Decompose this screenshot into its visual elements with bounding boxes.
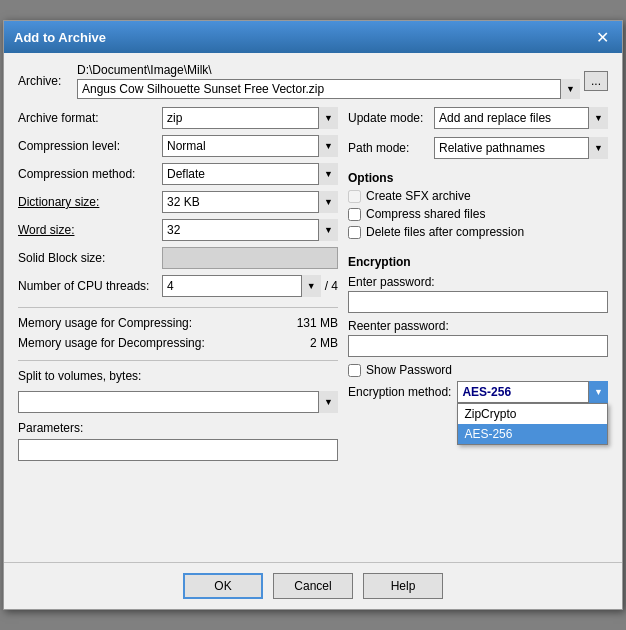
archive-filename-wrapper: Angus Cow Silhouette Sunset Free Vector.… (77, 79, 580, 99)
compression-level-label: Compression level: (18, 139, 158, 153)
encryption-method-select[interactable]: AES-256 ZipCrypto (457, 381, 608, 403)
cpu-threads-extra: / 4 (325, 279, 338, 293)
compression-level-select-wrapper: Normal Store Maximum ▼ (162, 135, 338, 157)
encryption-method-select-wrap: AES-256 ZipCrypto ▼ ZipCrypto AES-256 (457, 381, 608, 403)
cpu-threads-select-wrapper: 4 1 2 ▼ (162, 275, 321, 297)
parameters-input[interactable] (18, 439, 338, 461)
delete-after-label: Delete files after compression (366, 225, 524, 239)
dictionary-size-select-wrapper: 32 KB 16 KB 64 KB ▼ (162, 191, 338, 213)
archive-row: Archive: D:\Document\Image\Milk\ Angus C… (18, 63, 608, 99)
archive-format-row: Archive format: zip 7z tar ▼ (18, 107, 338, 129)
encryption-section: Encryption Enter password: Reenter passw… (348, 255, 608, 403)
cancel-button[interactable]: Cancel (273, 573, 353, 599)
options-section: Options Create SFX archive Compress shar… (348, 171, 608, 243)
reenter-password-label: Reenter password: (348, 319, 608, 333)
cpu-threads-control: 4 1 2 ▼ / 4 (162, 275, 338, 297)
memory-decompress-value: 2 MB (310, 336, 338, 350)
memory-compress-label: Memory usage for Compressing: (18, 316, 192, 330)
dictionary-size-control: 32 KB 16 KB 64 KB ▼ (162, 191, 338, 213)
cpu-threads-label: Number of CPU threads: (18, 279, 158, 293)
reenter-password-input[interactable] (348, 335, 608, 357)
dialog-footer: OK Cancel Help (4, 562, 622, 609)
delete-after-row: Delete files after compression (348, 225, 608, 239)
compress-shared-row: Compress shared files (348, 207, 608, 221)
create-sfx-row: Create SFX archive (348, 189, 608, 203)
show-password-label: Show Password (366, 363, 452, 377)
enter-password-input[interactable] (348, 291, 608, 313)
dictionary-size-select[interactable]: 32 KB 16 KB 64 KB (162, 191, 338, 213)
dialog-title: Add to Archive (14, 30, 106, 45)
update-mode-label: Update mode: (348, 111, 428, 125)
encryption-method-label: Encryption method: (348, 385, 451, 399)
compression-level-control: Normal Store Maximum ▼ (162, 135, 338, 157)
word-size-control: 32 8 16 64 ▼ (162, 219, 338, 241)
create-sfx-label: Create SFX archive (366, 189, 471, 203)
word-size-select[interactable]: 32 8 16 64 (162, 219, 338, 241)
word-size-row: Word size: 32 8 16 64 ▼ (18, 219, 338, 241)
ok-button[interactable]: OK (183, 573, 263, 599)
parameters-label: Parameters: (18, 421, 83, 435)
parameters-input-row (18, 439, 338, 461)
show-password-row: Show Password (348, 363, 608, 377)
split-volumes-select[interactable] (18, 391, 338, 413)
word-size-label: Word size: (18, 223, 158, 237)
archive-path-col: D:\Document\Image\Milk\ Angus Cow Silhou… (77, 63, 580, 99)
close-button[interactable]: ✕ (592, 27, 612, 47)
split-volumes-select-wrapper: ▼ (18, 391, 338, 413)
title-bar: Add to Archive ✕ (4, 21, 622, 53)
compression-level-select[interactable]: Normal Store Maximum (162, 135, 338, 157)
memory-compress-value: 131 MB (297, 316, 338, 330)
path-mode-row: Path mode: Relative pathnames Full pathn… (348, 137, 608, 159)
solid-block-label: Solid Block size: (18, 251, 158, 265)
cpu-threads-select[interactable]: 4 1 2 (162, 275, 321, 297)
separator-1 (18, 307, 338, 308)
delete-after-checkbox[interactable] (348, 226, 361, 239)
solid-block-disabled-field (162, 247, 338, 269)
compress-shared-label: Compress shared files (366, 207, 485, 221)
memory-decompress-label: Memory usage for Decompressing: (18, 336, 205, 350)
cpu-threads-row: Number of CPU threads: 4 1 2 ▼ / 4 (18, 275, 338, 297)
encryption-dropdown-overlay: ZipCrypto AES-256 (457, 403, 608, 445)
memory-compress-row: Memory usage for Compressing: 131 MB (18, 316, 338, 330)
main-content: Archive format: zip 7z tar ▼ (18, 107, 608, 552)
path-mode-select[interactable]: Relative pathnames Full pathnames No pat… (434, 137, 608, 159)
compression-method-label: Compression method: (18, 167, 158, 181)
browse-button[interactable]: ... (584, 71, 608, 91)
archive-filename-select[interactable]: Angus Cow Silhouette Sunset Free Vector.… (77, 79, 580, 99)
separator-2 (18, 360, 338, 361)
archive-label: Archive: (18, 74, 73, 88)
parameters-row: Parameters: (18, 421, 338, 435)
encryption-method-row: Encryption method: AES-256 ZipCrypto ▼ Z… (348, 381, 608, 403)
encryption-option-zipcrypto[interactable]: ZipCrypto (458, 404, 607, 424)
enter-password-label: Enter password: (348, 275, 608, 289)
update-mode-row: Update mode: Add and replace files Updat… (348, 107, 608, 129)
archive-format-select[interactable]: zip 7z tar (162, 107, 338, 129)
add-to-archive-dialog: Add to Archive ✕ Archive: D:\Document\Im… (3, 20, 623, 610)
archive-format-label: Archive format: (18, 111, 158, 125)
compression-method-select[interactable]: Deflate BZip2 (162, 163, 338, 185)
compression-method-control: Deflate BZip2 ▼ (162, 163, 338, 185)
show-password-checkbox[interactable] (348, 364, 361, 377)
archive-format-select-wrapper: zip 7z tar ▼ (162, 107, 338, 129)
split-volumes-label: Split to volumes, bytes: (18, 369, 141, 383)
right-panel: Update mode: Add and replace files Updat… (348, 107, 608, 552)
solid-block-row: Solid Block size: (18, 247, 338, 269)
compression-method-row: Compression method: Deflate BZip2 ▼ (18, 163, 338, 185)
help-button[interactable]: Help (363, 573, 443, 599)
dictionary-size-row: Dictionary size: 32 KB 16 KB 64 KB ▼ (18, 191, 338, 213)
create-sfx-checkbox[interactable] (348, 190, 361, 203)
path-mode-select-wrapper: Relative pathnames Full pathnames No pat… (434, 137, 608, 159)
archive-path-text: D:\Document\Image\Milk\ (77, 63, 580, 77)
archive-format-control: zip 7z tar ▼ (162, 107, 338, 129)
encryption-option-aes256[interactable]: AES-256 (458, 424, 607, 444)
path-mode-label: Path mode: (348, 141, 428, 155)
solid-block-control (162, 247, 338, 269)
compress-shared-checkbox[interactable] (348, 208, 361, 221)
update-mode-select[interactable]: Add and replace files Update and add fil… (434, 107, 608, 129)
memory-decompress-row: Memory usage for Decompressing: 2 MB (18, 336, 338, 350)
update-mode-select-wrapper: Add and replace files Update and add fil… (434, 107, 608, 129)
compression-level-row: Compression level: Normal Store Maximum … (18, 135, 338, 157)
split-volumes-select-row: ▼ (18, 391, 338, 413)
split-volumes-row: Split to volumes, bytes: (18, 369, 338, 383)
encryption-title: Encryption (348, 255, 608, 269)
